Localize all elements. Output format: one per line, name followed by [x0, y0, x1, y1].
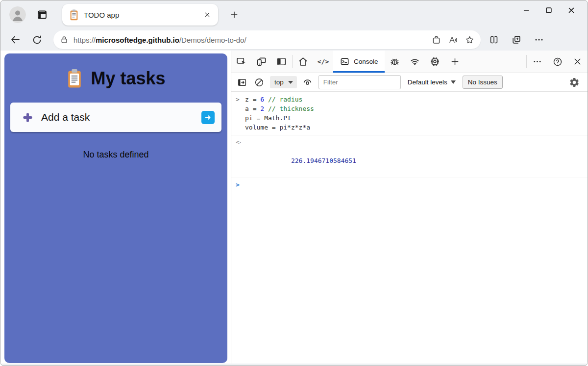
todo-app-panel: My tasks Add a task No tasks defined	[4, 53, 227, 363]
empty-tasks-message: No tasks defined	[4, 150, 227, 160]
lock-icon	[59, 35, 69, 45]
page-title: My tasks	[91, 68, 165, 89]
console-toolbar: top Default levels No Issues	[231, 73, 588, 92]
console-code-line: pi = Math.PI	[231, 113, 588, 123]
devtools-customize-button[interactable]	[527, 51, 547, 73]
devtools-debugger-tab[interactable]	[385, 51, 405, 73]
input-chevron-icon: >	[236, 95, 245, 104]
device-toolbar-icon	[256, 56, 267, 67]
tab-actions-button[interactable]	[34, 6, 50, 23]
refresh-button[interactable]	[28, 31, 46, 49]
console-prompt-line[interactable]: >	[231, 180, 588, 208]
context-label: top	[274, 78, 284, 86]
console-output[interactable]: >z = 6 // radiusa = 2 // thicknesspi = M…	[231, 92, 588, 364]
url-scheme: https://	[74, 36, 96, 44]
browser-tab[interactable]: TODO app	[62, 4, 218, 26]
memory-chip-icon	[429, 56, 441, 67]
devtools-performance-tab[interactable]	[425, 51, 445, 73]
console-result-line: <· 226.1946710584651	[231, 137, 588, 175]
code-token: z =	[245, 96, 260, 103]
devtools-panel: </> Console	[231, 51, 588, 364]
collections-icon	[511, 34, 522, 45]
workspaces-icon	[36, 9, 48, 21]
console-code-line: volume = pi*z*z*a	[231, 123, 588, 132]
code-token: // radius	[268, 96, 302, 103]
url-text[interactable]: https://microsoftedge.github.io/Demos/de…	[74, 36, 428, 44]
tab-title: TODO app	[84, 11, 196, 19]
new-tab-button[interactable]	[226, 6, 243, 23]
devtools-help-button[interactable]	[547, 51, 567, 73]
clipboard-icon	[66, 69, 83, 88]
collections-button[interactable]	[507, 31, 526, 49]
return-value-icon: <·	[236, 137, 245, 147]
tab-strip: TODO app	[0, 0, 588, 29]
issues-counter-button[interactable]: No Issues	[463, 76, 503, 89]
tab-favicon-clipboard-icon	[69, 9, 79, 21]
inspect-element-button[interactable]	[231, 51, 251, 73]
url-path: /Demos/demo-to-do/	[179, 36, 246, 44]
chevron-down-icon	[451, 80, 456, 84]
refresh-icon	[31, 34, 43, 46]
address-bar[interactable]: https://microsoftedge.github.io/Demos/de…	[53, 30, 481, 49]
url-host: microsoftedge.github.io	[96, 36, 179, 44]
create-live-expression-button[interactable]	[301, 76, 314, 89]
browser-window: TODO app	[0, 0, 588, 366]
console-code-line: a = 2 // thickness	[231, 104, 588, 113]
star-icon	[465, 35, 475, 45]
devtools-tabbar-right	[526, 51, 588, 73]
install-app-button[interactable]	[428, 32, 444, 48]
code-token	[264, 105, 268, 112]
console-input-block: >z = 6 // radiusa = 2 // thicknesspi = M…	[231, 93, 588, 135]
issues-label: No Issues	[468, 78, 497, 86]
console-filter-input[interactable]	[318, 75, 401, 89]
levels-label: Default levels	[408, 78, 447, 86]
console-tab-label: Console	[354, 58, 378, 65]
browser-menu-button[interactable]	[530, 31, 548, 49]
read-aloud-button[interactable]	[444, 32, 461, 48]
device-emulation-button[interactable]	[251, 51, 271, 73]
tab-close-button[interactable]	[200, 8, 214, 22]
focus-mode-button[interactable]	[271, 51, 292, 73]
favorite-star-button[interactable]	[461, 32, 478, 48]
clear-circle-slash-icon	[254, 77, 265, 88]
inspect-cursor-icon	[236, 56, 247, 67]
devtools-close-button[interactable]	[567, 51, 588, 73]
code-token: // thickness	[268, 105, 314, 112]
chevron-down-icon	[288, 81, 293, 84]
javascript-context-dropdown[interactable]: top	[270, 76, 297, 88]
devtools-console-tab[interactable]: Console	[333, 51, 385, 73]
more-tools-button[interactable]	[445, 51, 465, 73]
console-prompt-block[interactable]: >	[231, 178, 588, 211]
code-token: a =	[245, 105, 260, 112]
devtools-sources-tab[interactable]: </>	[313, 51, 333, 73]
close-icon	[204, 11, 211, 18]
prompt-chevron-icon: >	[236, 180, 245, 189]
console-settings-button[interactable]	[565, 75, 583, 90]
devtools-tab-bar: </> Console	[231, 51, 588, 73]
clear-console-button[interactable]	[253, 76, 266, 89]
user-avatar-icon	[9, 6, 26, 23]
minimize-button[interactable]	[515, 0, 538, 20]
split-screen-button[interactable]	[485, 31, 503, 49]
active-tab-indicator	[333, 71, 385, 73]
log-levels-dropdown[interactable]: Default levels	[408, 78, 456, 86]
profile-avatar[interactable]	[9, 6, 26, 23]
arrow-right-icon	[204, 113, 212, 122]
close-window-button[interactable]	[560, 0, 583, 20]
console-sidebar-toggle[interactable]	[236, 76, 248, 89]
close-icon	[566, 5, 577, 16]
code-token	[264, 96, 268, 103]
maximize-button[interactable]	[538, 0, 560, 20]
todo-header: My tasks	[4, 53, 227, 89]
code-token: pi = Math.PI	[245, 114, 291, 122]
home-icon	[297, 56, 309, 67]
submit-task-button[interactable]	[201, 111, 215, 124]
add-task-input[interactable]: Add a task	[10, 103, 221, 132]
maximize-icon	[543, 5, 554, 16]
plus-icon	[22, 112, 33, 123]
navigation-bar: https://microsoftedge.github.io/Demos/de…	[0, 29, 588, 51]
devtools-home-tab[interactable]	[293, 51, 313, 73]
back-button[interactable]	[6, 31, 24, 49]
minimize-icon	[521, 5, 532, 16]
devtools-network-tab[interactable]	[405, 51, 425, 73]
